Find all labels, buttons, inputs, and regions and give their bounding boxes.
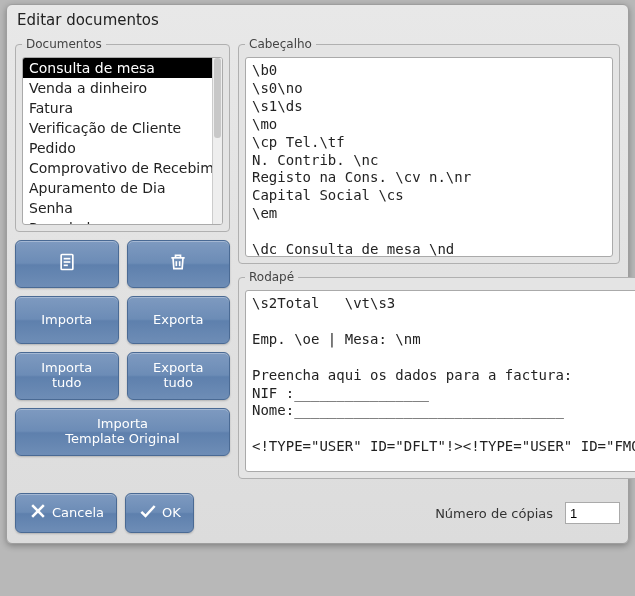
content-area: Documentos Consulta de mesaVenda a dinhe…: [7, 37, 628, 485]
close-icon: [28, 501, 48, 525]
documents-panel-label: Documentos: [22, 37, 106, 51]
import-original-template-button[interactable]: Importa Template Original: [15, 408, 230, 456]
trash-icon: [168, 252, 188, 276]
export-button[interactable]: Exporta: [127, 296, 231, 344]
header-panel: Cabeçalho \b0 \s0\no \s1\ds \mo \cp Tel.…: [238, 37, 620, 264]
cancel-button-label: Cancela: [52, 506, 104, 521]
right-column: Cabeçalho \b0 \s0\no \s1\ds \mo \cp Tel.…: [238, 37, 620, 485]
copies-input[interactable]: [565, 502, 620, 524]
export-all-button[interactable]: Exporta tudo: [127, 352, 231, 400]
list-item[interactable]: Comprovativo de Recebim: [23, 158, 212, 178]
list-item[interactable]: Verificação de Cliente: [23, 118, 212, 138]
documents-panel: Documentos Consulta de mesaVenda a dinhe…: [15, 37, 230, 232]
import-all-button-label: Importa tudo: [41, 361, 92, 391]
button-grid: Importa Exporta Importa tudo Exporta tud…: [15, 240, 230, 456]
bottom-row: Cancela OK Número de cópias: [7, 485, 628, 533]
ok-button-label: OK: [162, 506, 181, 521]
scrollbar-thumb[interactable]: [214, 58, 221, 138]
import-button[interactable]: Importa: [15, 296, 119, 344]
copies-label: Número de cópias: [435, 506, 553, 521]
list-item[interactable]: Pedido: [23, 138, 212, 158]
new-document-button[interactable]: [15, 240, 119, 288]
list-item[interactable]: Fatura: [23, 98, 212, 118]
documents-listbox[interactable]: Consulta de mesaVenda a dinheiroFaturaVe…: [22, 57, 223, 225]
import-original-template-label: Importa Template Original: [65, 417, 179, 447]
left-column: Documentos Consulta de mesaVenda a dinhe…: [15, 37, 230, 485]
list-item[interactable]: Senha: [23, 198, 212, 218]
cancel-button[interactable]: Cancela: [15, 493, 117, 533]
import-button-label: Importa: [41, 313, 92, 328]
check-icon: [138, 501, 158, 525]
list-item[interactable]: Venda a dinheiro: [23, 78, 212, 98]
footer-panel-label: Rodapé: [245, 270, 298, 284]
list-item[interactable]: Consulta de mesa: [23, 58, 212, 78]
dialog-edit-documents: Editar documentos Documentos Consulta de…: [6, 4, 629, 544]
header-panel-label: Cabeçalho: [245, 37, 316, 51]
document-icon: [57, 252, 77, 276]
ok-button[interactable]: OK: [125, 493, 194, 533]
list-item[interactable]: Reembolso: [23, 218, 212, 225]
export-all-button-label: Exporta tudo: [153, 361, 204, 391]
import-all-button[interactable]: Importa tudo: [15, 352, 119, 400]
window-title: Editar documentos: [7, 5, 628, 37]
scrollbar[interactable]: [212, 58, 222, 224]
footer-textarea[interactable]: \s2Total \vt\s3 Emp. \oe | Mesa: \nm Pre…: [245, 290, 635, 472]
list-item[interactable]: Apuramento de Dia: [23, 178, 212, 198]
footer-panel: Rodapé \s2Total \vt\s3 Emp. \oe | Mesa: …: [238, 270, 635, 479]
export-button-label: Exporta: [153, 313, 204, 328]
delete-document-button[interactable]: [127, 240, 231, 288]
header-textarea[interactable]: \b0 \s0\no \s1\ds \mo \cp Tel.\tf N. Con…: [245, 57, 613, 257]
